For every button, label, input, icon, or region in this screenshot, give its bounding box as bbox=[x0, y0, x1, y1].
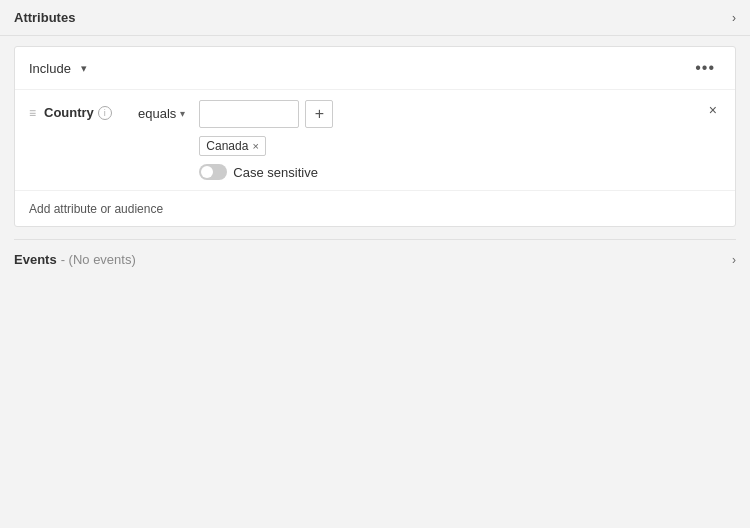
events-subtitle: - (No events) bbox=[61, 252, 136, 267]
events-title: Events bbox=[14, 252, 57, 267]
value-input[interactable] bbox=[199, 100, 299, 128]
events-chevron-icon: › bbox=[732, 253, 736, 267]
operator-dropdown[interactable]: equals ▾ bbox=[132, 102, 191, 125]
tag-label: Canada bbox=[206, 139, 248, 153]
tag-remove-button[interactable]: × bbox=[252, 141, 258, 152]
include-label: Include bbox=[29, 61, 71, 76]
attributes-card: Include ▾ ••• ≡ Country i equa bbox=[14, 46, 736, 227]
operator-chevron-icon: ▾ bbox=[180, 108, 185, 119]
add-attribute-link[interactable]: Add attribute or audience bbox=[29, 202, 163, 216]
events-section: Events - (No events) › bbox=[0, 239, 750, 279]
case-sensitive-label: Case sensitive bbox=[233, 165, 318, 180]
attributes-section: Attributes › Include ▾ ••• ≡ bbox=[0, 0, 750, 237]
info-icon[interactable]: i bbox=[98, 106, 112, 120]
include-dropdown-chevron: ▾ bbox=[81, 62, 87, 75]
add-attribute-row: Add attribute or audience bbox=[15, 190, 735, 226]
events-header[interactable]: Events - (No events) › bbox=[14, 239, 736, 279]
toggle-knob bbox=[201, 166, 213, 178]
attributes-body: Include ▾ ••• ≡ Country i equa bbox=[0, 36, 750, 237]
attributes-collapse-icon[interactable]: › bbox=[732, 11, 736, 25]
case-sensitive-toggle[interactable] bbox=[199, 164, 227, 180]
add-value-button[interactable]: + bbox=[305, 100, 333, 128]
more-options-button[interactable]: ••• bbox=[689, 57, 721, 79]
value-input-row: + bbox=[199, 100, 721, 128]
tags-row: Canada × bbox=[199, 136, 721, 156]
case-sensitive-row: Case sensitive bbox=[199, 164, 721, 180]
field-label: Country bbox=[44, 105, 94, 120]
remove-condition-button[interactable]: × bbox=[705, 100, 721, 120]
include-left: Include ▾ bbox=[29, 60, 91, 77]
drag-handle-icon[interactable]: ≡ bbox=[29, 106, 36, 120]
events-title-area: Events - (No events) bbox=[14, 252, 136, 267]
tag-canada: Canada × bbox=[199, 136, 265, 156]
condition-value-area: + Canada × bbox=[199, 100, 721, 180]
include-dropdown-button[interactable]: ▾ bbox=[77, 60, 91, 77]
attributes-header: Attributes › bbox=[0, 0, 750, 36]
attributes-title: Attributes bbox=[14, 10, 75, 25]
include-row: Include ▾ ••• bbox=[15, 47, 735, 90]
add-value-icon: + bbox=[315, 105, 324, 123]
operator-label: equals bbox=[138, 106, 176, 121]
page-container: Attributes › Include ▾ ••• ≡ bbox=[0, 0, 750, 528]
condition-row: ≡ Country i equals ▾ + bbox=[15, 90, 735, 190]
condition-field-name: Country i bbox=[44, 105, 124, 120]
